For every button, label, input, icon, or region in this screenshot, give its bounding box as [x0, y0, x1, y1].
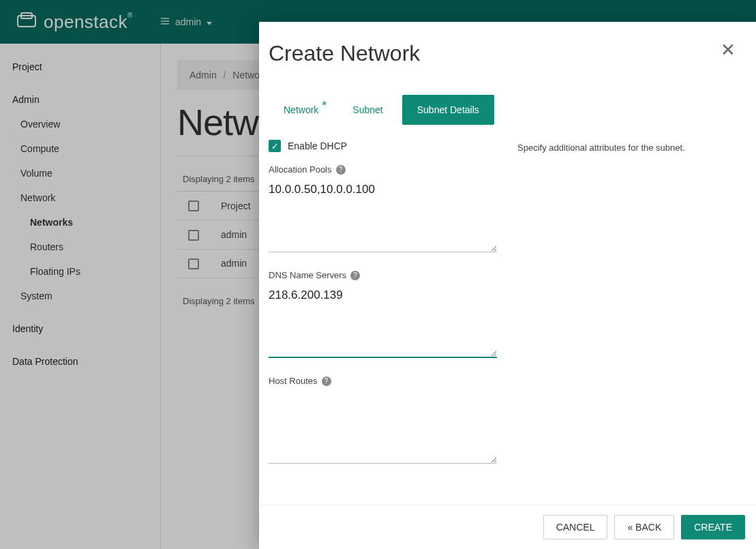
- enable-dhcp-row[interactable]: ✓ Enable DHCP: [269, 140, 497, 152]
- tab-network[interactable]: Network *: [269, 95, 333, 125]
- back-button[interactable]: « BACK: [614, 515, 674, 539]
- help-icon[interactable]: ?: [350, 271, 360, 280]
- wizard-tabs: Network * Subnet Subnet Details: [259, 95, 756, 125]
- create-button[interactable]: CREATE: [681, 515, 745, 539]
- modal-title: Create Network: [269, 41, 420, 66]
- tab-subnet-details[interactable]: Subnet Details: [402, 95, 494, 125]
- form-column: ✓ Enable DHCP Allocation Pools ? DNS Nam…: [269, 140, 497, 498]
- cancel-button[interactable]: CANCEL: [543, 515, 608, 539]
- modal-footer: CANCEL « BACK CREATE: [259, 505, 756, 549]
- allocation-pools-label: Allocation Pools ?: [269, 164, 497, 175]
- close-icon[interactable]: ✕: [721, 41, 736, 59]
- host-routes-input[interactable]: [269, 390, 497, 464]
- dns-name-servers-input[interactable]: [269, 284, 497, 358]
- dns-name-servers-label: DNS Name Servers ?: [269, 270, 497, 280]
- enable-dhcp-checkbox[interactable]: ✓: [269, 140, 281, 152]
- help-text: Specify additional attributes for the su…: [517, 140, 746, 498]
- allocation-pools-input[interactable]: [269, 179, 497, 252]
- enable-dhcp-label: Enable DHCP: [288, 140, 347, 151]
- create-network-modal: Create Network ✕ Network * Subnet Subnet…: [259, 22, 756, 549]
- host-routes-label: Host Routes ?: [269, 376, 497, 386]
- tab-network-label: Network: [284, 104, 318, 115]
- help-icon[interactable]: ?: [336, 165, 346, 175]
- help-icon[interactable]: ?: [322, 376, 331, 386]
- required-star-icon: *: [322, 99, 327, 113]
- tab-subnet[interactable]: Subnet: [337, 95, 397, 125]
